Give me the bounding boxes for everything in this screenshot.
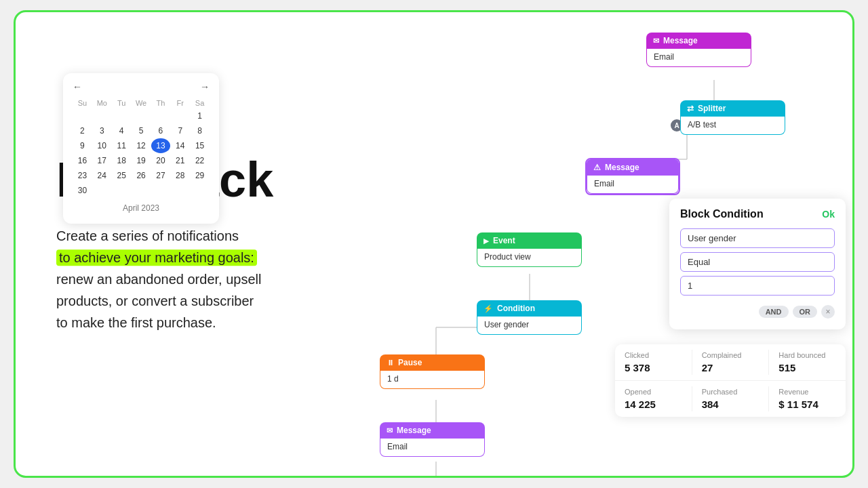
stats-cell-clicked: Clicked 5 378 xyxy=(615,344,692,380)
node-message-warn-body: Email xyxy=(587,176,679,194)
bc-actions: AND OR × xyxy=(680,305,835,319)
cal-body: 1234567891011121314151617181920212223242… xyxy=(73,108,210,198)
node-message-warn[interactable]: ⚠ Message Email xyxy=(585,158,680,195)
node-message-top-label: Message xyxy=(663,36,698,45)
node-splitter[interactable]: Splitter A/B test xyxy=(680,100,785,135)
bc-or-button[interactable]: OR xyxy=(793,306,818,318)
node-event-body: Product view xyxy=(477,249,582,267)
node-pause-body: 1 d xyxy=(380,371,485,389)
node-pause-label: Pause xyxy=(398,358,422,367)
node-event-header: Event xyxy=(477,232,582,249)
node-message-bottom-body: Email xyxy=(380,439,485,457)
cal-days-header: SuMoTuWeThFrSa xyxy=(73,98,210,108)
stats-panel: Clicked 5 378 Complained 27 Hard bounced… xyxy=(615,344,846,417)
node-splitter-header: Splitter xyxy=(680,100,785,117)
bc-field-equal[interactable] xyxy=(680,252,835,272)
main-card: MarStack Create a series of notification… xyxy=(14,10,854,478)
node-condition[interactable]: Condition User gender xyxy=(477,300,582,335)
bc-field-value[interactable] xyxy=(680,276,835,296)
bc-title: Block Condition xyxy=(680,208,764,220)
node-message-warn-header: ⚠ Message xyxy=(587,159,679,176)
warn-icon: ⚠ xyxy=(593,163,601,172)
calendar-widget: ← → SuMoTuWeThFrSa 123456789101112131415… xyxy=(63,73,219,224)
node-message-warn-label: Message xyxy=(605,163,639,172)
desc-line3: products, or convert a subscriber xyxy=(56,293,254,308)
stats-row-2: Opened 14 225 Purchased 384 Revenue $ 11… xyxy=(615,381,846,417)
node-event[interactable]: Event Product view xyxy=(477,232,582,267)
node-message-top-body: Email xyxy=(646,49,751,67)
block-condition-panel: Block Condition Ok AND OR × xyxy=(669,199,846,329)
play-icon xyxy=(484,236,489,245)
bc-field-user-gender[interactable] xyxy=(680,228,835,248)
node-condition-header: Condition xyxy=(477,300,582,317)
node-pause[interactable]: Pause 1 d xyxy=(380,354,485,389)
cal-footer: April 2023 xyxy=(73,203,210,213)
stats-cell-hard-bounced: Hard bounced 515 xyxy=(769,344,846,380)
node-message-bottom-header: Message xyxy=(380,422,485,439)
pause-icon xyxy=(387,358,394,367)
cal-grid: SuMoTuWeThFrSa 1234567891011121314151617… xyxy=(73,98,210,198)
envelope-icon xyxy=(653,36,659,45)
desc-line1: Create a series of notifications xyxy=(56,228,239,243)
stats-cell-opened: Opened 14 225 xyxy=(615,381,692,417)
stats-row-1: Clicked 5 378 Complained 27 Hard bounced… xyxy=(615,344,846,381)
node-message-bottom[interactable]: Message Email xyxy=(380,422,485,457)
cal-prev-btn[interactable]: ← xyxy=(73,81,82,92)
desc-line4: to make the first purchase. xyxy=(56,315,216,330)
node-message-top-header: Message xyxy=(646,33,751,49)
desc-line2: renew an abandoned order, upsell xyxy=(56,272,261,287)
envelope-icon-2 xyxy=(387,426,393,435)
node-splitter-body: A/B test xyxy=(680,117,785,135)
node-event-label: Event xyxy=(493,236,515,245)
bc-and-button[interactable]: AND xyxy=(759,306,789,318)
node-message-top[interactable]: Message Email xyxy=(646,33,751,67)
bc-close-button[interactable]: × xyxy=(821,305,835,319)
split-icon xyxy=(687,104,694,113)
condition-icon xyxy=(484,304,493,313)
node-pause-header: Pause xyxy=(380,354,485,371)
node-condition-label: Condition xyxy=(497,304,535,313)
stats-cell-complained: Complained 27 xyxy=(692,344,769,380)
cal-next-btn[interactable]: → xyxy=(200,81,210,92)
stats-cell-purchased: Purchased 384 xyxy=(692,381,769,417)
node-condition-body: User gender xyxy=(477,317,582,335)
bc-ok-button[interactable]: Ok xyxy=(822,209,835,220)
stats-cell-revenue: Revenue $ 11 574 xyxy=(769,381,846,417)
bc-header: Block Condition Ok xyxy=(680,208,835,220)
node-splitter-label: Splitter xyxy=(698,104,726,113)
node-message-bottom-label: Message xyxy=(397,426,431,435)
cal-header: ← → xyxy=(73,81,210,92)
desc-highlight: to achieve your marketing goals: xyxy=(56,249,257,266)
description: Create a series of notifications to achi… xyxy=(56,225,341,333)
